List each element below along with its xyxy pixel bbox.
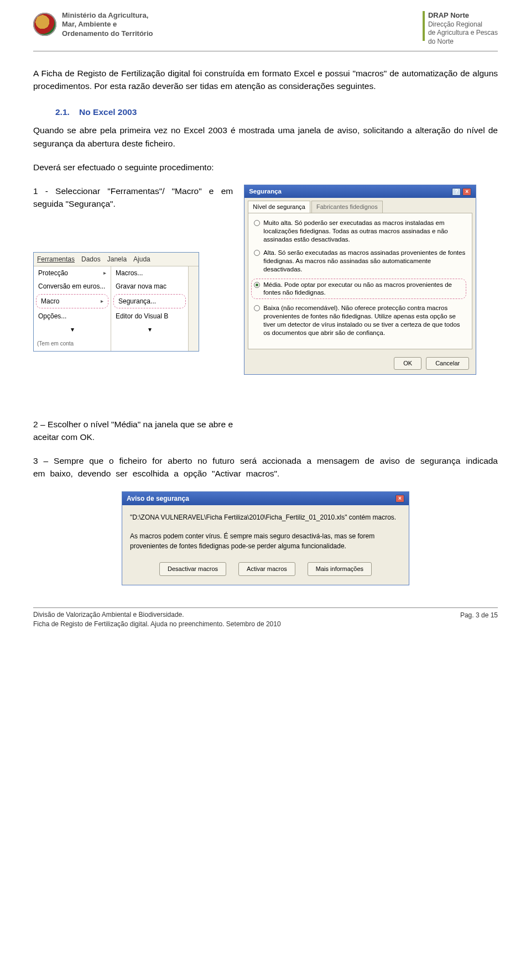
menu-item-proteccao[interactable]: Protecção▸: [34, 266, 111, 280]
security-tabs: Nível de segurança Fabricantes fidedigno…: [244, 198, 476, 213]
excel-menu-dropdown: Protecção▸ Conversão em euros... Macro▸ …: [34, 266, 199, 351]
close-icon[interactable]: ×: [462, 188, 471, 196]
warning-message: As macros podem conter vírus. É sempre m…: [130, 532, 401, 551]
radio-icon: [254, 305, 260, 311]
paragraph-2: Deverá ser efectuado o seguinte procedim…: [33, 161, 498, 174]
paragraph-1: Quando se abre pela primeira vez no Exce…: [33, 124, 498, 150]
menu-expand-icon[interactable]: ▾: [34, 323, 111, 336]
menu-ferramentas[interactable]: Ferramentas: [37, 254, 75, 264]
security-dialog-titlebar: Segurança ? ×: [244, 185, 476, 198]
intro-paragraph: A Ficha de Registo de Fertilização digit…: [33, 67, 498, 93]
radio-medium-label: Média. Pode optar por executar ou não as…: [263, 281, 464, 297]
radio-icon: [254, 220, 260, 226]
security-dialog-footer: OK Cancelar: [244, 353, 476, 374]
footer-line1: Divisão de Valorização Ambiental e Biodi…: [33, 610, 281, 620]
security-dialog-screenshot: Segurança ? × Nível de segurança Fabrica…: [244, 185, 498, 375]
disable-macros-button[interactable]: Desactivar macros: [159, 562, 226, 576]
menu-item-macro[interactable]: Macro▸: [36, 294, 108, 308]
menu-dados[interactable]: Dados: [81, 254, 101, 264]
radio-medium[interactable]: Média. Pode optar por executar ou não as…: [251, 279, 466, 300]
more-info-button[interactable]: Mais informações: [308, 562, 372, 576]
submenu-expand-icon[interactable]: ▾: [111, 323, 188, 336]
warning-dialog-body: "D:\ZONA VULNERAVEL\Ficha Fertiliza\2010…: [122, 505, 409, 558]
footer-left: Divisão de Valorização Ambiental e Biodi…: [33, 610, 281, 629]
section-heading: 2.1. No Excel 2003: [33, 106, 498, 118]
titlebar-buttons: ×: [395, 495, 404, 502]
cancel-button[interactable]: Cancelar: [426, 357, 469, 370]
security-warning-dialog: Aviso de segurança × "D:\ZONA VULNERAVEL…: [122, 491, 409, 585]
drap-accent-bar: [423, 11, 425, 41]
radio-high[interactable]: Alta. Só serão executadas as macros assi…: [254, 249, 466, 274]
ministry-line2: Mar, Ambiente e: [62, 20, 153, 29]
menu-ajuda[interactable]: Ajuda: [133, 254, 150, 264]
step-2-text: 2 – Escolher o nível "Média" na janela q…: [33, 418, 233, 444]
drap-title: DRAP Norte: [428, 11, 498, 20]
footer-line2: Ficha de Registo de Fertilização digital…: [33, 620, 281, 629]
chevron-right-icon: ▸: [101, 297, 103, 305]
radio-very-high-label: Muito alta. Só poderão ser executadas as…: [263, 219, 466, 244]
step-1-text: 1 - Seleccionar "Ferramentas"/ "Macro" e…: [33, 185, 233, 211]
header-right: DRAP Norte Direcção Regional de Agricult…: [423, 11, 498, 46]
warning-dialog-buttons: Desactivar macros Activar macros Mais in…: [122, 558, 409, 585]
warning-dialog-title: Aviso de segurança: [127, 494, 189, 504]
security-dialog-body: Muito alta. Só poderão ser executadas as…: [248, 213, 472, 349]
tab-trusted-publishers[interactable]: Fabricantes fidedignos: [311, 201, 383, 213]
section-title: No Excel 2003: [79, 107, 137, 117]
drap-line1: Direcção Regional: [428, 20, 498, 29]
section-number: 2.1.: [55, 107, 70, 117]
excel-menubar: Ferramentas Dados Janela Ajuda: [34, 253, 199, 266]
radio-icon: [254, 282, 260, 288]
menu-janela[interactable]: Janela: [107, 254, 127, 264]
excel-menu-col1: Protecção▸ Conversão em euros... Macro▸ …: [34, 266, 111, 351]
page-number: Pag. 3 de 15: [460, 610, 498, 620]
warning-file-path: "D:\ZONA VULNERAVEL\Ficha Fertiliza\2010…: [130, 513, 401, 522]
submenu-macros[interactable]: Macros...: [111, 266, 188, 280]
tab-security-level[interactable]: Nível de segurança: [248, 201, 310, 213]
enable-macros-button[interactable]: Activar macros: [238, 562, 295, 576]
excel-menu-note: (Tem em conta: [34, 336, 111, 351]
titlebar-buttons: ? ×: [452, 188, 471, 196]
ok-button[interactable]: OK: [394, 357, 421, 370]
submenu-gravar[interactable]: Gravar nova mac: [111, 280, 188, 293]
drap-line2: de Agricultura e Pescas: [428, 29, 498, 38]
excel-menu-screenshot: Ferramentas Dados Janela Ajuda Protecção…: [33, 252, 233, 352]
step-3-text: 3 – Sempre que o ficheiro for aberto no …: [33, 454, 498, 480]
ministry-line1: Ministério da Agricultura,: [62, 11, 153, 20]
chevron-right-icon: ▸: [103, 269, 106, 277]
menu-item-conversao[interactable]: Conversão em euros...: [34, 280, 111, 293]
page-footer: Divisão de Valorização Ambiental e Biodi…: [33, 607, 498, 629]
ministry-name: Ministério da Agricultura, Mar, Ambiente…: [62, 11, 153, 38]
coat-of-arms-icon: [33, 13, 56, 36]
drap-text: DRAP Norte Direcção Regional de Agricult…: [428, 11, 498, 46]
submenu-seguranca[interactable]: Segurança...: [113, 294, 186, 308]
page-header: Ministério da Agricultura, Mar, Ambiente…: [33, 11, 498, 51]
security-dialog: Segurança ? × Nível de segurança Fabrica…: [244, 185, 476, 375]
help-icon[interactable]: ?: [452, 188, 461, 196]
radio-high-label: Alta. Só serão executadas as macros assi…: [263, 249, 466, 274]
excel-menu-col2: Macros... Gravar nova mac Segurança... E…: [111, 266, 189, 351]
excel-ferramentas-menu: Ferramentas Dados Janela Ajuda Protecção…: [33, 252, 199, 352]
radio-low[interactable]: Baixa (não recomendável). Não oferece pr…: [254, 304, 466, 337]
radio-low-label: Baixa (não recomendável). Não oferece pr…: [263, 304, 466, 337]
ministry-line3: Ordenamento do Território: [62, 29, 153, 38]
security-dialog-title: Segurança: [249, 187, 282, 196]
submenu-editor[interactable]: Editor do Visual B: [111, 310, 188, 323]
warning-dialog-titlebar: Aviso de segurança ×: [122, 492, 409, 505]
header-left: Ministério da Agricultura, Mar, Ambiente…: [33, 11, 153, 38]
close-icon[interactable]: ×: [395, 495, 404, 502]
radio-icon: [254, 250, 260, 256]
drap-line3: do Norte: [428, 38, 498, 46]
menu-item-opcoes[interactable]: Opções...: [34, 310, 111, 323]
radio-very-high[interactable]: Muito alta. Só poderão ser executadas as…: [254, 219, 466, 244]
